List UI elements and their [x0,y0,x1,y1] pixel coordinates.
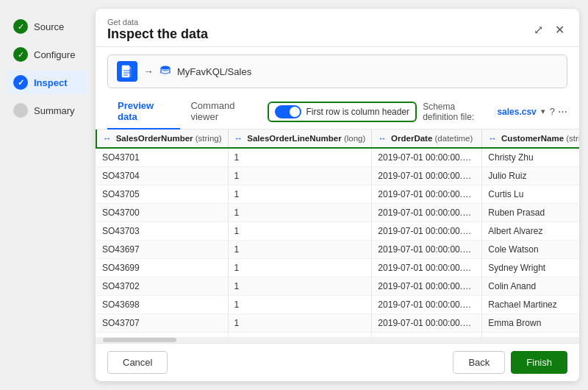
table-cell: 2019-07-01 00:00:00.0000 [372,277,482,296]
table-row: SO4370512019-07-01 00:00:00.0000Curtis L… [96,185,579,204]
table-cell: 1 [228,277,372,296]
table-cell: SO43700 [96,204,228,222]
table-cell: 1 [228,204,372,222]
schema-help-button[interactable]: ? [550,106,555,117]
table-cell: Cole Watson [482,241,579,259]
source-arrow: → [143,65,154,77]
table-cell: 2019-07-01 00:00:00.0000 [372,222,482,241]
expand-button[interactable]: ⤢ [531,20,546,40]
sidebar-item-summary[interactable]: Summary [7,99,88,122]
table-cell: Sydney Wright [482,259,579,277]
tab-command[interactable]: Command viewer [180,94,268,130]
table-cell: 2019-07-01 00:00:00.0000 [372,167,482,185]
step-circle-source: ✓ [13,19,28,34]
col-header-salesordernumber: ↔ SalesOrderNumber (string) [96,130,228,148]
table-cell: Christy Zhu [482,148,579,167]
header-icons: ⤢ ✕ [531,20,567,40]
schema-file-select[interactable]: sales.csv [497,107,536,117]
file-icon [117,61,137,82]
table-cell: 1 [228,296,372,314]
table-cell: Emma Brown [482,314,579,333]
first-row-toggle[interactable] [275,105,301,118]
table-cell: 1 [228,148,372,167]
schema-dropdown-icon[interactable]: ▾ [541,107,545,116]
table-cell: 2019-07-01 00:00:00.0000 [372,296,482,314]
table-cell: 2019-07-01 00:00:00.0000 [372,148,482,167]
schema-more-button[interactable]: ⋯ [558,106,567,117]
footer: Cancel Back Finish [96,343,579,381]
table-row: SO4369912019-07-01 00:00:00.0000Sydney W… [96,259,579,277]
col-icon3: ↔ [378,134,387,143]
table-cell: 2019-07-01 00:00:00.0000 [372,204,482,222]
table-row: SO4369712019-07-01 00:00:00.0000Cole Wat… [96,241,579,259]
table-header-row: ↔ SalesOrderNumber (string) ↔ SalesOrder… [96,130,579,148]
table-cell: SO43699 [96,259,228,277]
schema-icons: ? ⋯ [550,106,567,117]
toggle-label: First row is column header [306,107,409,117]
sidebar: ✓ Source ✓ Configure ✓ Inspect Summary [0,0,96,390]
table-cell: Rachael Martinez [482,296,579,314]
table-row: SO4370412019-07-01 00:00:00.0000Julio Ru… [96,167,579,185]
table-cell: 1 [228,314,372,333]
panel-subtitle: Get data [107,18,208,26]
col-header-salesorderlinenumber: ↔ SalesOrderLineNumber (long) [228,130,372,148]
tab-bar: Preview data Command viewer First row is… [96,94,579,130]
schema-area: Schema definition file: sales.csv ▾ ? ⋯ [423,102,567,122]
panel-header: Get data Inspect the data ⤢ ✕ [96,9,579,47]
table-cell: Colin Anand [482,277,579,296]
table-cell: SO43698 [96,296,228,314]
step-circle-summary [13,103,28,118]
table-cell: Ruben Prasad [482,204,579,222]
table-cell: Julio Ruiz [482,167,579,185]
step-circle-configure: ✓ [13,47,28,62]
sidebar-label-inspect: Inspect [34,77,68,88]
schema-label: Schema definition file: [423,102,492,122]
database-icon [159,65,171,79]
sidebar-label-summary: Summary [34,105,75,116]
table-cell: 2019-07-01 00:00:00.0000 [372,259,482,277]
table-cell: 2019-07-01 00:00:00.0000 [372,241,482,259]
back-button[interactable]: Back [453,351,505,374]
tab-preview[interactable]: Preview data [107,94,180,130]
table-cell: Albert Alvarez [482,222,579,241]
close-button[interactable]: ✕ [552,20,567,40]
table-cell: Curtis Lu [482,185,579,204]
table-cell: 2019-07-01 00:00:00.0000 [372,185,482,204]
table-cell: SO43701 [96,148,228,167]
finish-button[interactable]: Finish [511,351,567,374]
horizontal-scrollbar[interactable] [96,337,579,343]
table-cell: SO43707 [96,314,228,333]
source-bar: → MyFavKQL/Sales [107,54,567,88]
main-panel: Get data Inspect the data ⤢ ✕ → [96,9,579,381]
panel-title-area: Get data Inspect the data [107,18,208,42]
table-cell: 1 [228,259,372,277]
table-cell: 1 [228,222,372,241]
table-row: SO4369812019-07-01 00:00:00.0000Rachael … [96,296,579,314]
panel-title: Inspect the data [107,26,208,42]
data-table: ↔ SalesOrderNumber (string) ↔ SalesOrder… [96,130,579,337]
data-table-container[interactable]: ↔ SalesOrderNumber (string) ↔ SalesOrder… [96,130,579,337]
table-row: SO4370712019-07-01 00:00:00.0000Emma Bro… [96,314,579,333]
sidebar-item-source[interactable]: ✓ Source [7,15,88,38]
toggle-area: First row is column header [268,102,417,122]
sidebar-label-source: Source [34,21,64,32]
cancel-button[interactable]: Cancel [107,351,168,374]
step-circle-inspect: ✓ [13,75,28,90]
col-header-orderdate: ↔ OrderDate (datetime) [372,130,482,148]
sidebar-item-inspect[interactable]: ✓ Inspect [7,71,88,94]
sidebar-item-configure[interactable]: ✓ Configure [7,43,88,66]
table-cell: SO43702 [96,277,228,296]
table-row: SO4370112019-07-01 00:00:00.0000Christy … [96,148,579,167]
col-icon: ↔ [103,134,112,143]
table-cell: 1 [228,167,372,185]
table-cell: 1 [228,241,372,259]
table-cell: SO43697 [96,241,228,259]
sidebar-label-configure: Configure [34,49,75,60]
toggle-knob [290,107,300,117]
source-path: MyFavKQL/Sales [177,66,251,77]
col-icon4: ↔ [488,134,497,143]
table-cell: SO43704 [96,167,228,185]
col-header-customername: ↔ CustomerName (string) [482,130,579,148]
table-cell: SO43703 [96,222,228,241]
table-row: SO4370012019-07-01 00:00:00.0000Ruben Pr… [96,204,579,222]
